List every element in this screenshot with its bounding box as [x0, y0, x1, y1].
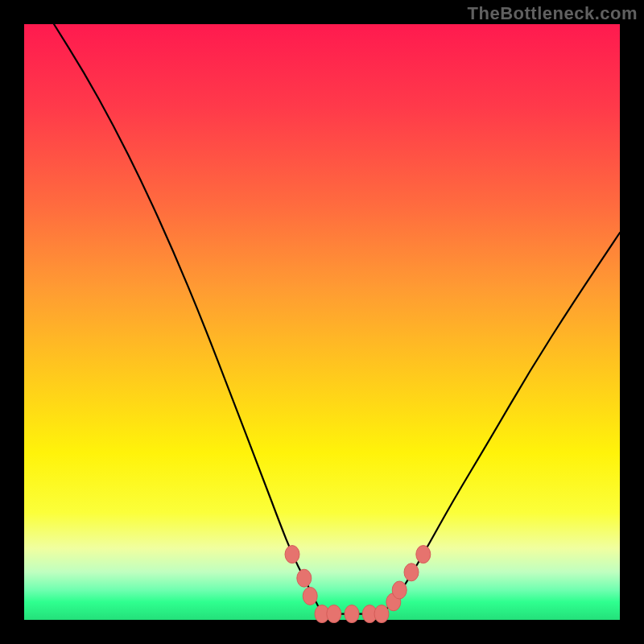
curve-marker: [327, 605, 341, 623]
curve-marker: [297, 569, 312, 587]
curve-marker: [404, 564, 419, 581]
curve-marker: [416, 546, 431, 564]
curve-marker: [285, 546, 299, 564]
curve-marker: [345, 605, 359, 623]
curve-marker: [374, 605, 389, 623]
curve-marker: [392, 581, 407, 599]
curve-path: [54, 24, 620, 614]
watermark-text: TheBottleneck.com: [468, 3, 638, 24]
chart-svg: [24, 24, 620, 620]
curve-markers: [285, 546, 431, 623]
chart-frame: TheBottleneck.com: [0, 0, 644, 644]
curve-marker: [303, 587, 317, 605]
